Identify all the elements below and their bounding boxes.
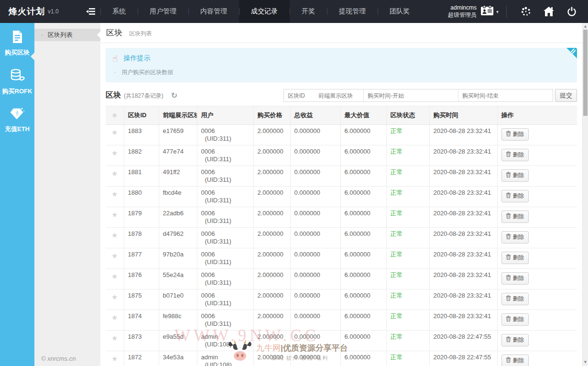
cell-user: 0006 (UID:311) [197,125,253,145]
delete-button[interactable]: 删除 [501,252,529,264]
collapse-menu-icon[interactable] [86,8,96,15]
col-profit: 总收益 [290,106,340,125]
trash-icon [506,254,511,261]
scroll-down-arrow[interactable]: ▼ [583,360,588,364]
nav-item[interactable]: 用户管理 [138,0,188,23]
table-row: ★ 1882 477e74 0006 (UID:311) 2.000000 0.… [106,145,577,166]
delete-button[interactable]: 删除 [501,128,529,141]
col-status: 区块状态 [386,106,429,125]
delete-label: 删除 [513,212,524,221]
star-icon[interactable]: ★ [106,248,124,269]
cell-buy-time: 2020-08-28 23:32:41 [429,228,497,248]
cell-uid: (UID:311) [201,217,250,225]
delete-button[interactable]: 删除 [501,211,529,223]
star-icon[interactable]: ★ [106,125,124,145]
coins-icon [9,68,25,85]
delete-button[interactable]: 删除 [501,334,529,346]
cell-max-value: 6.000000 [340,187,386,207]
block-id-input[interactable] [284,89,315,101]
status-badge: 正常 [386,166,429,187]
star-icon[interactable]: ★ [106,228,124,248]
sidebar-item-buy-rofk[interactable]: 购买ROFK [0,62,34,100]
scroll-up-arrow[interactable]: ▲ [583,24,588,28]
nav-menu: 系统 用户管理 内容管理 成交记录 开奖 提现管理 [100,0,422,23]
col-front-id: 前端展示区块ID [159,106,197,125]
cell-front-id: fe988c [159,310,197,331]
trash-icon [506,357,511,364]
star-icon[interactable]: ★ [106,351,124,366]
cell-profit: 0.000000 [290,269,340,289]
star-icon[interactable]: ★ [106,207,124,228]
cell-front-id: 22adb6 [159,207,197,228]
user-card-dropdown[interactable]: ▾ [480,5,499,18]
star-icon[interactable]: ★ [106,310,124,331]
table-row: ★ 1881 491ff2 0006 (UID:311) 2.000000 0.… [106,166,577,187]
cell-profit: 0.000000 [290,351,340,366]
nav-item[interactable]: 成交记录 [239,0,290,23]
cell-user: 0006 (UID:311) [197,248,253,269]
nav-item[interactable]: 团队奖 [378,0,422,23]
cell-front-id: 55e24a [159,269,197,289]
cell-profit: 0.000000 [290,125,340,145]
buy-time-end-input[interactable] [458,89,553,101]
nav-item[interactable]: 开奖 [290,0,327,23]
cell-buy-time: 2020-08-28 23:32:41 [429,289,497,310]
star-icon[interactable]: ★ [106,187,124,207]
nav-item[interactable]: 提现管理 [327,0,378,23]
cell-uid: (UID:311) [201,279,250,287]
star-icon[interactable]: ★ [106,269,124,289]
delete-button[interactable]: 删除 [501,355,529,366]
delete-button[interactable]: 删除 [501,231,529,244]
delete-button[interactable]: 删除 [501,293,529,305]
vertical-scrollbar[interactable]: ▲ ▼ [582,23,588,366]
power-logout-icon[interactable] [566,6,577,17]
status-badge: 正常 [386,248,429,269]
star-header-icon: ★ [106,106,124,125]
cell-max-value: 6.000000 [340,228,386,248]
delete-button[interactable]: 删除 [501,149,529,161]
submenu-item-block-list[interactable]: · 区块列表 [34,29,100,41]
cell-actions: 删除 [497,248,577,269]
home-icon[interactable] [543,6,555,17]
cell-buy-time: 2020-08-28 22:47:55 [429,351,497,366]
star-icon[interactable]: ★ [106,331,124,351]
cell-max-value: 6.000000 [340,207,386,228]
cell-uid: (UID:108) [201,341,250,348]
refresh-icon[interactable]: ↻ [171,91,177,100]
cell-max-value: 6.000000 [340,310,386,331]
cell-max-value: 6.000000 [340,351,386,366]
table-header-row: ★ 区块ID 前端展示区块ID 用户 购买价格 总收益 最大价值 区块状态 购买… [106,106,577,125]
delete-button[interactable]: 删除 [501,169,529,182]
nav-item[interactable]: 系统 [100,0,138,23]
cell-profit: 0.000000 [290,187,340,207]
cell-buy-time: 2020-08-28 23:32:41 [429,248,497,269]
front-block-id-input[interactable] [315,89,363,101]
delete-button[interactable]: 删除 [501,272,529,285]
buy-time-start-input[interactable] [363,89,458,101]
cell-uid: (UID:311) [201,197,250,204]
apps-dots-icon[interactable] [520,6,532,17]
delete-button[interactable]: 删除 [501,190,529,202]
brand-zone: 烽火计划 v1.0 [0,0,100,23]
scrollbar-thumb[interactable] [583,30,588,116]
delete-button[interactable]: 删除 [501,313,529,326]
cell-actions: 删除 [497,269,577,289]
submit-button[interactable]: 提交 [555,89,577,102]
nav-item[interactable]: 内容管理 [188,0,239,23]
cell-front-id: fbcd4e [159,187,197,207]
star-icon[interactable]: ★ [106,166,124,187]
cell-uid: (UID:108) [201,361,250,366]
cell-actions: 删除 [497,125,577,145]
cell-front-id: 97b20a [159,248,197,269]
cell-block-id: 1875 [124,289,159,310]
cell-uid: (UID:311) [201,258,250,266]
star-icon[interactable]: ★ [106,289,124,310]
status-badge: 正常 [386,289,429,310]
star-icon[interactable]: ★ [106,145,124,166]
cell-profit: 0.000000 [290,166,340,187]
nav-item-label: 用户管理 [150,7,176,16]
cell-uid: (UID:311) [201,176,250,184]
hand-pointer-icon: ☝ [112,53,118,64]
delete-label: 删除 [513,151,524,159]
sidebar-item-recharge-eth[interactable]: 充值ETH [0,100,34,138]
